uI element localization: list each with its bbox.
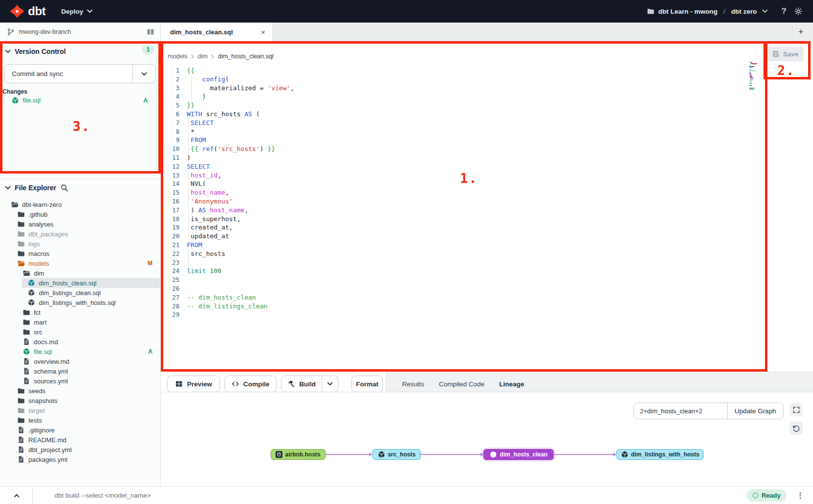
branch-bar: mwong-dev-branch [0, 23, 161, 41]
changed-file-row[interactable]: file.sqlA [0, 95, 160, 105]
tree-item-dim_listings_clean.sql[interactable]: dim_listings_clean.sql [0, 288, 160, 298]
preview-button[interactable]: Preview [167, 376, 220, 392]
tree-item-label: dbt-learn-zero [22, 201, 62, 208]
dbt-logo[interactable]: dbt [10, 4, 46, 19]
code-line: host_name, [187, 188, 744, 197]
code-editor[interactable]: {{ config( materialized = 'view', )}}WIT… [187, 66, 744, 319]
tree-item-schema.yml[interactable]: schema.yml [0, 366, 160, 376]
lineage-node-airbnb.hosts[interactable]: airbnb.hosts [271, 449, 326, 460]
model-cube-icon [11, 97, 19, 104]
tree-item-label: dim_listings_clean.sql [39, 289, 101, 297]
line-number: 24 [165, 267, 179, 276]
search-icon[interactable] [60, 184, 68, 192]
line-number: 25 [165, 276, 179, 284]
tree-item-label: schema.yml [34, 368, 68, 375]
tab-results[interactable]: Results [402, 376, 424, 392]
update-graph-button[interactable]: Update Graph [727, 403, 784, 419]
lineage-filter-input[interactable] [634, 403, 728, 419]
kebab-menu-icon[interactable] [796, 492, 804, 500]
tree-item-src[interactable]: src [0, 327, 160, 337]
tree-item-dbt_project.yml[interactable]: dbt_project.yml [0, 445, 160, 454]
tree-item-label: dbt_packages [28, 230, 68, 238]
git-status-badge: M [148, 260, 152, 267]
code-line [187, 258, 744, 267]
code-line: NVL( [187, 179, 744, 188]
branch-name[interactable]: mwong-dev-branch [19, 28, 71, 35]
save-icon [772, 50, 780, 58]
chevron-down-icon [4, 48, 12, 55]
tree-item-dim_listings_with_hosts.sql[interactable]: dim_listings_with_hosts.sql [0, 298, 160, 307]
compile-button[interactable]: Compile [225, 376, 277, 392]
tree-item-file.sql[interactable]: file.sqlA [0, 347, 160, 356]
tree-item-tests[interactable]: tests [0, 415, 160, 425]
code-line [187, 284, 744, 293]
status-right: Ready [747, 489, 804, 502]
cube-icon [27, 299, 35, 306]
build-button[interactable]: Build [281, 376, 322, 392]
format-button[interactable]: Format [352, 376, 383, 392]
tree-item-dim_hosts_clean.sql[interactable]: dim_hosts_clean.sql [0, 278, 160, 288]
lineage-node-dim_listings_with_hosts[interactable]: dim_listings_with_hosts [616, 449, 704, 460]
tree-item-overview.md[interactable]: overview.md [0, 356, 160, 366]
tree-item-snapshots[interactable]: snapshots [0, 396, 160, 405]
code-line: ) [187, 153, 744, 162]
tab-dim-hosts-clean[interactable]: dim_hosts_clean.sql × [161, 23, 273, 41]
tree-item-dbt-learn-zero[interactable]: dbt-learn-zero [0, 200, 160, 209]
close-tab-icon[interactable]: × [261, 28, 265, 36]
commit-and-sync-button[interactable]: Commit and sync [4, 64, 155, 83]
tree-item-dbt_packages[interactable]: dbt_packages [0, 229, 160, 239]
second-row: mwong-dev-branch dim_hosts_clean.sql × + [0, 23, 813, 41]
save-button[interactable]: Save [766, 47, 804, 61]
code-minimap[interactable] [749, 61, 764, 91]
tree-item-seeds[interactable]: seeds [0, 386, 160, 396]
tree-item-.gitignore[interactable]: .gitignore [0, 425, 160, 435]
chevron-up-icon[interactable] [13, 492, 21, 500]
tab-lineage[interactable]: Lineage [499, 376, 524, 392]
project-name: dbt zero [731, 8, 757, 15]
file-explorer-header[interactable]: File Explorer [0, 178, 160, 197]
code-line: WITH src_hosts AS ( [187, 110, 744, 119]
gear-icon[interactable] [794, 7, 802, 15]
tree-item-README.md[interactable]: README.md [0, 435, 160, 445]
tree-item-label: sources.yml [34, 378, 68, 385]
reset-view-button[interactable] [789, 422, 803, 435]
tree-item-logs[interactable]: logs [0, 239, 160, 249]
tree-item-sources.yml[interactable]: sources.yml [0, 376, 160, 386]
tree-item-macros[interactable]: macros [0, 249, 160, 258]
tree-item-mart[interactable]: mart [0, 317, 160, 327]
breadcrumb: modelsdimdim_hosts_clean.sql [167, 50, 275, 62]
folder-icon [23, 308, 30, 316]
tree-item-label: overview.md [34, 358, 69, 365]
account-switcher[interactable]: dbt Learn - mwong / dbt zero [647, 7, 769, 15]
new-tab-button[interactable]: + [792, 23, 809, 41]
changes-label: Changes [2, 88, 27, 95]
tree-item-target[interactable]: target [0, 405, 160, 415]
nav-item-deploy[interactable]: Deploy [61, 0, 109, 23]
help-button[interactable]: ? [782, 6, 787, 16]
code-icon [231, 380, 239, 388]
tree-item-docs.md[interactable]: docs.md [0, 337, 160, 347]
commit-options-caret[interactable] [132, 65, 155, 83]
tree-item-fct[interactable]: fct [0, 307, 160, 317]
fullscreen-button[interactable] [789, 403, 803, 416]
breadcrumb-item[interactable]: models [168, 53, 187, 60]
breadcrumb-item[interactable]: dim_hosts_clean.sql [218, 53, 273, 60]
tree-item-.github[interactable]: .github [0, 209, 160, 219]
tree-item-packages.yml[interactable]: packages.yml [0, 454, 160, 464]
breadcrumb-item[interactable]: dim [198, 53, 207, 60]
line-number: 4 [165, 92, 179, 101]
tree-item-analyses[interactable]: analyses [0, 219, 160, 229]
tree-item-models[interactable]: modelsM [0, 258, 160, 268]
reader-view-icon[interactable] [147, 28, 154, 36]
tree-item-dim[interactable]: dim [0, 268, 160, 278]
top-nav: dbt DevelopDeployDocumentation dbt Learn… [0, 0, 813, 23]
command-input[interactable]: dbt build --select <model_name> [54, 492, 151, 499]
folder-icon [17, 220, 25, 228]
tab-compiled-code[interactable]: Compiled Code [439, 376, 484, 392]
file-explorer-title: File Explorer [15, 184, 56, 192]
version-control-header[interactable]: Version Control 1 [4, 46, 156, 57]
lineage-node-dim_hosts_clean[interactable]: dim_hosts_clean [483, 449, 554, 460]
build-options-caret[interactable] [322, 376, 338, 392]
code-line: -- dim_listings_clean [187, 302, 744, 311]
lineage-node-src_hosts[interactable]: src_hosts [372, 449, 421, 460]
